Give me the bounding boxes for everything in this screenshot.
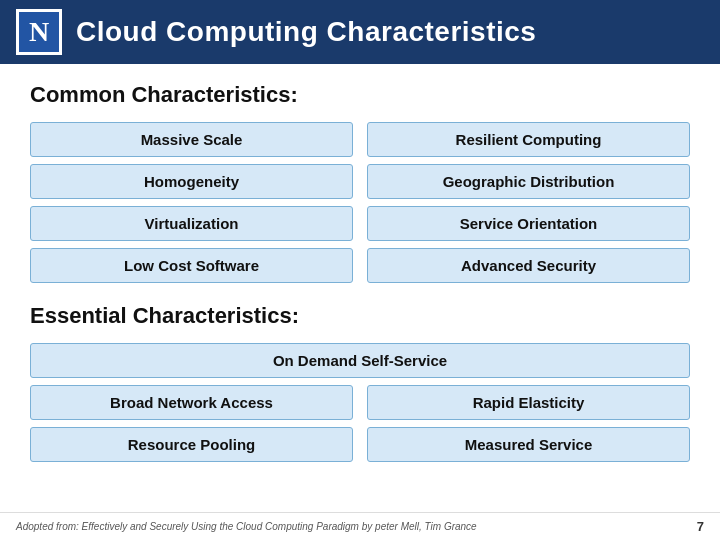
logo-box: N <box>16 9 62 55</box>
common-section-title: Common Characteristics: <box>30 82 690 108</box>
char-box-low-cost-software: Low Cost Software <box>30 248 353 283</box>
essential-row-3: Resource Pooling Measured Service <box>30 427 690 462</box>
char-box-massive-scale: Massive Scale <box>30 122 353 157</box>
char-box-service-orientation: Service Orientation <box>367 206 690 241</box>
header-title: Cloud Computing Characteristics <box>76 16 536 48</box>
main-content: Common Characteristics: Massive Scale Re… <box>0 64 720 472</box>
essential-box-on-demand: On Demand Self-Service <box>30 343 690 378</box>
char-box-virtualization: Virtualization <box>30 206 353 241</box>
essential-box-rapid-elasticity: Rapid Elasticity <box>367 385 690 420</box>
logo-letter: N <box>29 16 49 48</box>
essential-box-measured-service: Measured Service <box>367 427 690 462</box>
essential-box-resource-pooling: Resource Pooling <box>30 427 353 462</box>
essential-row-1: On Demand Self-Service <box>30 343 690 378</box>
footer-page-number: 7 <box>697 519 704 534</box>
footer: Adopted from: Effectively and Securely U… <box>0 512 720 540</box>
footer-citation: Adopted from: Effectively and Securely U… <box>16 521 477 532</box>
essential-section-title: Essential Characteristics: <box>30 303 690 329</box>
essential-row-2: Broad Network Access Rapid Elasticity <box>30 385 690 420</box>
char-box-homogeneity: Homogeneity <box>30 164 353 199</box>
essential-grid: On Demand Self-Service Broad Network Acc… <box>30 343 690 462</box>
char-box-resilient-computing: Resilient Computing <box>367 122 690 157</box>
char-box-advanced-security: Advanced Security <box>367 248 690 283</box>
header: N Cloud Computing Characteristics <box>0 0 720 64</box>
essential-section: Essential Characteristics: On Demand Sel… <box>30 303 690 462</box>
essential-box-broad-network: Broad Network Access <box>30 385 353 420</box>
common-characteristics-grid: Massive Scale Resilient Computing Homoge… <box>30 122 690 283</box>
char-box-geographic-distribution: Geographic Distribution <box>367 164 690 199</box>
